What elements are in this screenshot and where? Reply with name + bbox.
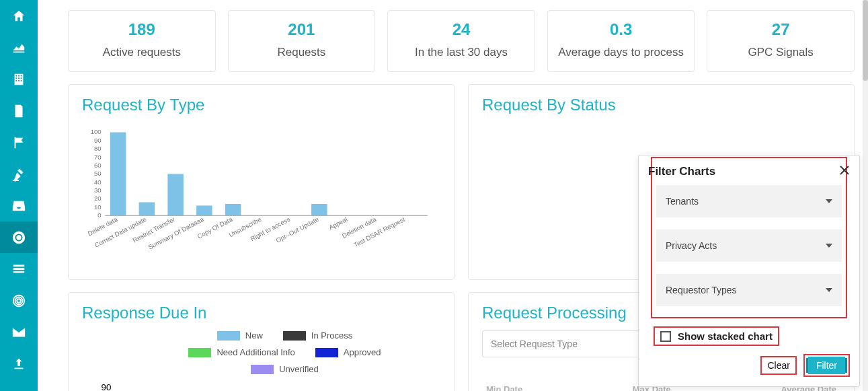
kpi-label: Active requests — [74, 46, 210, 59]
card-request-by-type: Request By Type 0102030405060708090100 D… — [68, 84, 455, 280]
card-title: Request By Status — [482, 96, 840, 114]
nav-inbox[interactable] — [0, 190, 38, 221]
request-by-type-chart: 0102030405060708090100 Delete dataCorrec… — [82, 122, 440, 264]
target-icon — [11, 293, 26, 308]
page-scrollbar-thumb[interactable] — [863, 0, 868, 81]
select-placeholder: Select Request Type — [491, 339, 578, 349]
legend-label: Approved — [344, 347, 381, 357]
legend-label: Unverified — [279, 364, 319, 374]
xtick: Appeal — [327, 215, 348, 232]
response-due-legend: New In Process Need Additional Info Appr… — [156, 330, 413, 374]
nav-analytics[interactable] — [0, 32, 38, 63]
ytick: 30 — [94, 186, 102, 194]
nav-gavel[interactable] — [0, 158, 38, 190]
life-ring-icon — [11, 230, 26, 245]
filter-button-highlight: Filter — [803, 354, 850, 377]
kpi-active-requests: 189 Active requests — [68, 10, 216, 72]
close-icon — [839, 165, 850, 176]
bar — [311, 204, 327, 215]
dropdown-label: Requestor Types — [666, 285, 737, 295]
kpi-value: 24 — [393, 20, 529, 39]
nav-mail[interactable] — [0, 316, 38, 348]
clear-button[interactable]: Clear — [760, 356, 796, 375]
xtick: Test DSAR Request — [352, 215, 406, 249]
page-scrollbar-track[interactable] — [863, 0, 868, 391]
ytick: 80 — [94, 145, 102, 152]
gavel-icon — [11, 167, 26, 182]
inbox-icon — [11, 199, 26, 213]
ytick: 70 — [94, 153, 102, 161]
envelope-icon — [11, 325, 26, 340]
legend-item-approved: Approved — [315, 347, 381, 357]
chevron-down-icon — [826, 244, 832, 248]
bar — [225, 204, 241, 215]
nav-list[interactable] — [0, 253, 38, 285]
home-icon — [11, 9, 26, 24]
building-icon — [11, 72, 26, 87]
filter-tenants-dropdown[interactable]: Tenants — [656, 185, 842, 217]
dropdown-label: Tenants — [666, 196, 699, 207]
chevron-down-icon — [826, 199, 832, 203]
swatch — [283, 331, 306, 341]
kpi-value: 0.3 — [553, 20, 689, 39]
bar — [139, 203, 155, 216]
ytick: 40 — [94, 178, 102, 186]
ytick: 90 — [94, 137, 102, 144]
nav-building[interactable] — [0, 63, 38, 95]
list-icon — [11, 262, 26, 277]
filter-requestor-types-dropdown[interactable]: Requestor Types — [656, 274, 842, 306]
sidebar — [0, 0, 38, 391]
stacked-chart-highlight: Show stacked chart — [654, 326, 779, 346]
stacked-chart-checkbox[interactable] — [660, 331, 671, 342]
kpi-gpc: 27 GPC Signals — [707, 10, 855, 72]
kpi-label: Average days to process — [553, 46, 689, 59]
filter-button[interactable]: Filter — [808, 357, 845, 374]
legend-label: Need Additional Info — [216, 347, 294, 357]
nav-home[interactable] — [0, 0, 38, 32]
kpi-row: 189 Active requests 201 Requests 24 In t… — [68, 10, 855, 72]
card-title: Request By Type — [82, 96, 440, 114]
swatch — [188, 348, 211, 357]
col-min: Min Date — [486, 384, 522, 391]
upload-icon — [11, 357, 26, 371]
ytick: 0 — [97, 211, 101, 219]
ytick: 10 — [94, 203, 102, 211]
legend-item-needinfo: Need Additional Info — [188, 347, 294, 357]
kpi-label: GPC Signals — [713, 46, 849, 59]
nav-target[interactable] — [0, 285, 38, 316]
nav-support[interactable] — [0, 221, 38, 253]
document-icon — [11, 104, 26, 118]
filter-privacy-acts-dropdown[interactable]: Privacy Acts — [656, 229, 842, 262]
kpi-last30: 24 In the last 30 days — [387, 10, 535, 72]
kpi-value: 27 — [713, 20, 849, 39]
swatch — [217, 331, 240, 341]
stacked-chart-label: Show stacked chart — [678, 330, 773, 342]
kpi-requests: 201 Requests — [228, 10, 376, 72]
ytick: 100 — [91, 128, 102, 135]
legend-item-unverified: Unverified — [251, 364, 319, 374]
kpi-value: 189 — [74, 20, 210, 39]
legend-label: In Process — [311, 330, 352, 341]
card-response-due: Response Due In New In Process Need Addi… — [68, 292, 455, 391]
ytick: 50 — [94, 170, 102, 177]
dropdown-label: Privacy Acts — [666, 240, 717, 251]
filter-panel-title: Filter Charts — [648, 165, 715, 178]
nav-upload[interactable] — [0, 348, 38, 380]
bar — [196, 205, 212, 215]
legend-item-inprocess: In Process — [283, 330, 352, 341]
bar — [167, 174, 184, 215]
swatch — [315, 348, 338, 357]
flag-icon — [11, 135, 26, 150]
nav-document[interactable] — [0, 95, 38, 127]
kpi-avg-days: 0.3 Average days to process — [547, 10, 695, 72]
nav-flag[interactable] — [0, 127, 38, 158]
legend-label: New — [245, 330, 263, 341]
bar — [110, 133, 126, 216]
ytick: 20 — [94, 194, 102, 202]
filter-close-button[interactable] — [839, 165, 850, 178]
card-title: Response Due In — [82, 304, 440, 322]
xtick: Correct Data update — [93, 215, 148, 249]
legend-item-new: New — [217, 330, 263, 341]
kpi-value: 201 — [234, 20, 370, 39]
ytick: 90 — [102, 384, 112, 391]
